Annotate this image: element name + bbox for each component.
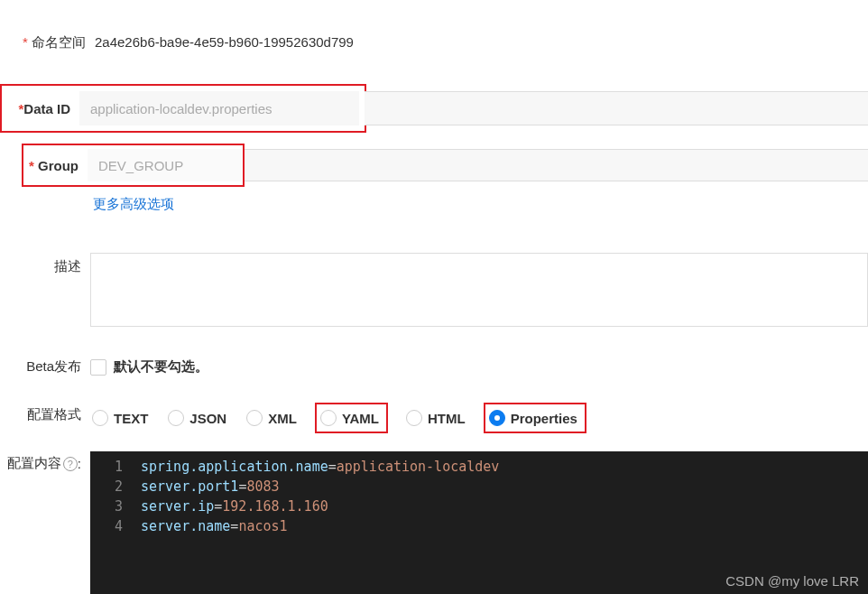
watermark: CSDN @my love LRR — [725, 573, 859, 589]
group-input-extension[interactable] — [245, 149, 868, 181]
format-radio-yaml[interactable]: YAML — [319, 406, 381, 430]
radio-icon — [489, 410, 505, 426]
group-highlight-box: Group — [22, 144, 245, 187]
line-number: 1 — [90, 457, 141, 477]
data-id-input[interactable] — [79, 91, 359, 125]
format-label-html: HTML — [428, 411, 466, 426]
radio-icon — [406, 410, 422, 426]
radio-icon — [320, 410, 337, 426]
code-line: 1 spring.application.name=application-lo… — [90, 457, 868, 477]
namespace-label: 命名空间 — [5, 27, 95, 51]
format-label: 配置格式 — [0, 403, 90, 423]
format-properties-highlight-box: Properties — [484, 403, 586, 433]
line-number: 2 — [90, 477, 141, 497]
data-id-input-extension[interactable] — [365, 91, 868, 125]
content-label: 配置内容 — [7, 455, 61, 472]
radio-icon — [246, 410, 263, 426]
content-colon: : — [78, 456, 81, 471]
description-label: 描述 — [0, 253, 90, 275]
radio-icon — [92, 410, 108, 426]
group-label: Group — [23, 158, 88, 173]
description-row: 描述 — [0, 253, 868, 329]
format-radio-text[interactable]: TEXT — [90, 406, 150, 430]
format-row: 配置格式 TEXT JSON XML YAML — [0, 403, 868, 433]
format-radio-html[interactable]: HTML — [404, 406, 467, 430]
format-label-yaml: YAML — [342, 411, 379, 426]
format-radio-json[interactable]: JSON — [166, 406, 228, 430]
data-id-highlight-box: Data ID — [0, 84, 366, 133]
help-icon[interactable]: ? — [63, 457, 78, 471]
namespace-row: 命名空间 2a4e26b6-ba9e-4e59-b960-19952630d79… — [0, 27, 868, 51]
content-label-col: 配置内容?: — [0, 451, 90, 594]
code-line: 2 server.port1=8083 — [90, 477, 868, 497]
advanced-options-link[interactable]: 更多高级选项 — [93, 196, 174, 213]
code-line: 3 server.ip=192.168.1.160 — [90, 497, 868, 516]
code-line: 4 server.name=nacos1 — [90, 516, 868, 536]
group-input[interactable] — [88, 149, 241, 181]
format-label-text: TEXT — [114, 411, 148, 426]
data-id-label: Data ID — [2, 101, 79, 116]
format-radio-group: TEXT JSON XML YAML HTML — [90, 403, 868, 433]
beta-checkbox-label: 默认不要勾选。 — [114, 358, 208, 376]
radio-icon — [168, 410, 184, 426]
format-label-json: JSON — [189, 411, 226, 426]
namespace-value: 2a4e26b6-ba9e-4e59-b960-19952630d799 — [95, 27, 354, 50]
line-number: 4 — [90, 516, 141, 536]
format-label-xml: XML — [268, 411, 297, 426]
format-label-properties: Properties — [511, 411, 577, 426]
description-textarea[interactable] — [90, 253, 868, 327]
line-number: 3 — [90, 497, 141, 516]
beta-label: Beta发布 — [0, 357, 90, 376]
beta-checkbox[interactable] — [90, 359, 106, 376]
data-id-row: Data ID — [0, 84, 868, 133]
format-radio-xml[interactable]: XML — [245, 406, 299, 430]
format-radio-properties[interactable]: Properties — [487, 406, 579, 430]
beta-row: Beta发布 默认不要勾选。 — [0, 357, 868, 376]
group-row: Group — [0, 144, 868, 187]
format-yaml-highlight-box: YAML — [315, 403, 388, 433]
